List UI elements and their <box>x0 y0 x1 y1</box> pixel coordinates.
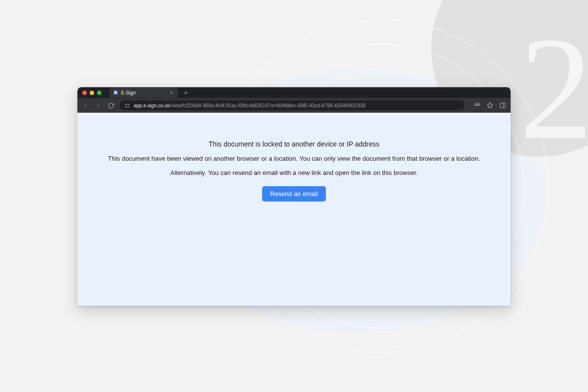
svg-rect-1 <box>115 92 117 92</box>
svg-rect-3 <box>125 104 126 104</box>
side-panel-icon[interactable] <box>499 101 507 109</box>
svg-marker-8 <box>487 102 493 108</box>
toolbar-right-controls <box>473 101 507 109</box>
maximize-window-button[interactable] <box>97 91 101 95</box>
close-window-button[interactable] <box>82 91 87 95</box>
url-text: app.e-sign.co.uk/view/fcf230d4-969d-4c8f… <box>134 103 366 108</box>
locked-heading: This document is locked to another devic… <box>97 140 491 148</box>
resend-instruction: Alternatively. You can resend an email w… <box>97 169 491 176</box>
svg-rect-4 <box>127 104 129 104</box>
svg-rect-6 <box>127 106 129 107</box>
address-bar[interactable]: app.e-sign.co.uk/view/fcf230d4-969d-4c8f… <box>120 100 465 110</box>
minimize-window-button[interactable] <box>90 91 94 95</box>
forward-button[interactable] <box>94 101 102 109</box>
url-path: /view/fcf230d4-969d-4c8f-91ac-f3bfc4d635… <box>170 103 365 108</box>
new-tab-button[interactable]: + <box>182 89 190 96</box>
svg-rect-2 <box>115 93 117 93</box>
svg-rect-9 <box>500 103 506 107</box>
tab-title: E-Sign <box>121 90 166 96</box>
page-content: This document is locked to another devic… <box>77 113 511 306</box>
browser-tab[interactable]: E-Sign × <box>109 88 178 98</box>
resend-email-button[interactable]: Resend an email <box>262 186 326 201</box>
bookmark-icon[interactable] <box>486 101 494 109</box>
incognito-icon[interactable] <box>473 101 481 109</box>
reload-button[interactable] <box>107 101 115 109</box>
svg-rect-5 <box>125 106 126 107</box>
back-button[interactable] <box>81 101 89 109</box>
window-controls <box>82 91 101 95</box>
url-domain: app.e-sign.co.uk <box>134 103 170 108</box>
close-tab-button[interactable]: × <box>169 90 174 96</box>
site-settings-icon[interactable] <box>124 103 130 108</box>
locked-explanation: This document have been viewed on anothe… <box>97 155 491 162</box>
tab-bar: E-Sign × + <box>77 87 511 98</box>
browser-window: E-Sign × + app.e-sign.co.uk/view/fcf230d… <box>77 87 511 306</box>
step-number: 2 <box>519 15 588 162</box>
browser-toolbar: app.e-sign.co.uk/view/fcf230d4-969d-4c8f… <box>77 98 511 113</box>
tab-favicon-icon <box>113 90 118 95</box>
